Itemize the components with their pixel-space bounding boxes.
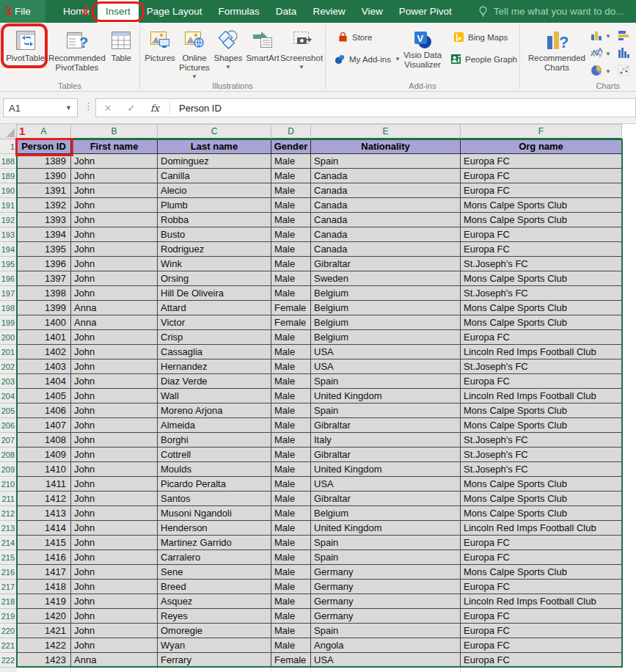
cell-a193[interactable]: 1394 (17, 227, 71, 242)
row-header-220[interactable]: 220 (0, 624, 17, 638)
cell-a216[interactable]: 1417 (17, 565, 71, 580)
cell-f190[interactable]: Europa FC (461, 183, 622, 198)
cell-b198[interactable]: Anna (71, 301, 158, 315)
cell-b188[interactable]: John (71, 154, 158, 169)
header-cell-nationality[interactable]: Nationality (311, 139, 461, 154)
cancel-button[interactable]: ✕ (96, 103, 120, 114)
cell-d194[interactable]: Male (271, 242, 311, 257)
cell-b201[interactable]: John (71, 345, 158, 359)
screenshot-button[interactable]: Screenshot ▼ (281, 26, 322, 70)
cell-d198[interactable]: Female (271, 301, 311, 315)
cell-a219[interactable]: 1420 (17, 609, 71, 624)
cell-c200[interactable]: Crisp (158, 330, 271, 345)
cell-f203[interactable]: Europa FC (461, 374, 622, 389)
row-header-189[interactable]: 189 (0, 169, 17, 183)
cell-a191[interactable]: 1392 (17, 198, 71, 213)
row-header-201[interactable]: 201 (0, 345, 17, 359)
smartart-button[interactable]: SmartArt (244, 26, 281, 63)
row-header-199[interactable]: 199 (0, 315, 17, 330)
cell-c194[interactable]: Rodriguez (158, 242, 271, 257)
cell-b215[interactable]: John (71, 550, 158, 565)
cell-f189[interactable]: Europa FC (461, 169, 622, 183)
cell-e199[interactable]: Belgium (311, 315, 461, 330)
cell-c221[interactable]: Wyan (158, 638, 271, 653)
empty-cell[interactable] (461, 668, 622, 672)
cell-b192[interactable]: John (71, 213, 158, 227)
row-header-212[interactable]: 212 (0, 506, 17, 521)
ribbon-tab-home[interactable]: Home (55, 0, 98, 23)
cell-c201[interactable]: Cassaglia (158, 345, 271, 359)
cell-e206[interactable]: Gibraltar (311, 418, 461, 433)
cell-b208[interactable]: John (71, 448, 158, 462)
cell-e191[interactable]: Canada (311, 198, 461, 213)
cell-a199[interactable]: 1400 (17, 315, 71, 330)
cell-c205[interactable]: Moreno Arjona (158, 403, 271, 418)
cell-e190[interactable]: Canada (311, 183, 461, 198)
cell-a190[interactable]: 1391 (17, 183, 71, 198)
cell-d216[interactable]: Male (271, 565, 311, 580)
cell-e213[interactable]: United Kingdom (311, 521, 461, 536)
cell-d197[interactable]: Male (271, 286, 311, 301)
cell-c212[interactable]: Musoni Ngandoli (158, 506, 271, 521)
ribbon-tab-formulas[interactable]: Formulas (211, 0, 268, 23)
column-header-c[interactable]: C (158, 124, 271, 139)
ribbon-tab-data[interactable]: Data (268, 0, 305, 23)
cell-e200[interactable]: Belgium (311, 330, 461, 345)
cell-f208[interactable]: St.Joseph's FC (461, 448, 622, 462)
cell-e214[interactable]: Spain (311, 536, 461, 550)
cell-f193[interactable]: Europa FC (461, 227, 622, 242)
cell-c213[interactable]: Henderson (158, 521, 271, 536)
cell-c195[interactable]: Wink (158, 257, 271, 271)
pictures-button[interactable]: Pictures (143, 26, 177, 63)
cell-a211[interactable]: 1412 (17, 492, 71, 506)
ribbon-tab-power-pivot[interactable]: Power Pivot (391, 0, 460, 23)
cell-b190[interactable]: John (71, 183, 158, 198)
cell-a209[interactable]: 1410 (17, 462, 71, 477)
cell-e220[interactable]: Spain (311, 624, 461, 638)
cell-f201[interactable]: Lincoln Red Imps Football Club (461, 345, 622, 359)
cell-e203[interactable]: Spain (311, 374, 461, 389)
cell-f218[interactable]: Lincoln Red Imps Football Club (461, 594, 622, 609)
cell-d213[interactable]: Male (271, 521, 311, 536)
row-header-200[interactable]: 200 (0, 330, 17, 345)
cell-b204[interactable]: John (71, 389, 158, 403)
cell-f210[interactable]: Mons Calpe Sports Club (461, 477, 622, 492)
visio-data-visualizer-button[interactable]: V Visio Data Visualizer (396, 27, 449, 70)
cell-d217[interactable]: Male (271, 580, 311, 594)
row-header-221[interactable]: 221 (0, 638, 17, 653)
shapes-button[interactable]: Shapes ▼ (212, 26, 244, 70)
cell-e212[interactable]: Belgium (311, 506, 461, 521)
cell-f215[interactable]: Europa FC (461, 550, 622, 565)
cell-f192[interactable]: Mons Calpe Sports Club (461, 213, 622, 227)
cell-c208[interactable]: Cottrell (158, 448, 271, 462)
pivottable-button[interactable]: PivotTable (3, 26, 48, 63)
cell-f198[interactable]: Mons Calpe Sports Club (461, 301, 622, 315)
cell-f216[interactable]: Mons Calpe Sports Club (461, 565, 622, 580)
cell-c207[interactable]: Borghi (158, 433, 271, 448)
cell-b222[interactable]: Anna (71, 653, 158, 668)
header-cell-first-name[interactable]: First name (71, 139, 158, 154)
empty-cell[interactable] (271, 668, 311, 672)
cell-f221[interactable]: Europa FC (461, 638, 622, 653)
cell-d204[interactable]: Male (271, 389, 311, 403)
cell-e197[interactable]: Belgium (311, 286, 461, 301)
row-header-218[interactable]: 218 (0, 594, 17, 609)
cell-c215[interactable]: Carralero (158, 550, 271, 565)
cell-d208[interactable]: Male (271, 448, 311, 462)
cell-a207[interactable]: 1408 (17, 433, 71, 448)
row-header-188[interactable]: 188 (0, 154, 17, 169)
cell-c188[interactable]: Dominguez (158, 154, 271, 169)
cell-c222[interactable]: Ferrary (158, 653, 271, 668)
cell-f206[interactable]: Mons Calpe Sports Club (461, 418, 622, 433)
insert-function-button[interactable]: fx (143, 103, 167, 114)
cell-e193[interactable]: Canada (311, 227, 461, 242)
cell-e208[interactable]: Gibraltar (311, 448, 461, 462)
cell-b210[interactable]: John (71, 477, 158, 492)
cell-b218[interactable]: John (71, 594, 158, 609)
cell-c191[interactable]: Plumb (158, 198, 271, 213)
row-header-223[interactable]: 223 (0, 668, 17, 672)
bar-chart-button[interactable] (618, 29, 630, 44)
cell-f188[interactable]: Europa FC (461, 154, 622, 169)
row-header-215[interactable]: 215 (0, 550, 17, 565)
cell-f204[interactable]: Lincoln Red Imps Football Club (461, 389, 622, 403)
